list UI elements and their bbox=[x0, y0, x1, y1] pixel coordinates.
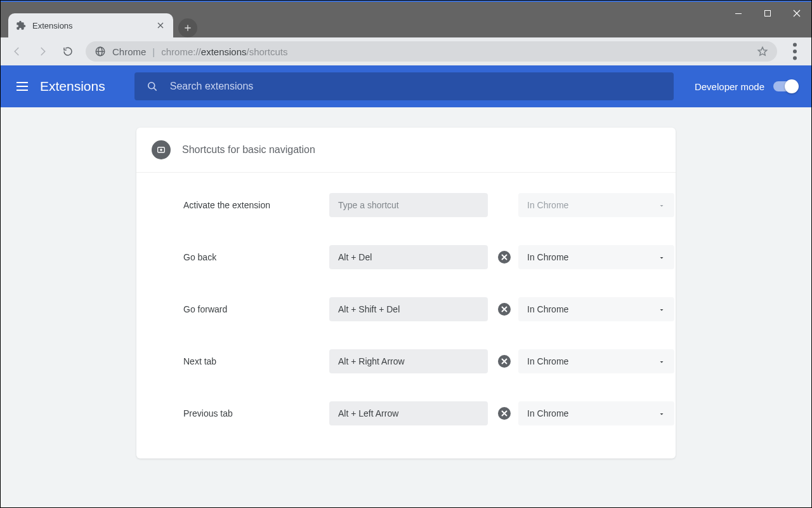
browser-toolbar: Chrome | chrome://extensions/shortcuts bbox=[1, 37, 811, 65]
back-button[interactable] bbox=[6, 40, 29, 63]
shortcut-input[interactable]: Alt + Del bbox=[329, 245, 488, 269]
svg-point-4 bbox=[793, 43, 797, 47]
svg-point-5 bbox=[793, 50, 797, 53]
shortcut-row: Next tabAlt + Right ArrowIn Chrome bbox=[136, 335, 676, 387]
tab-strip: Extensions bbox=[1, 2, 197, 37]
clear-shortcut-icon[interactable] bbox=[497, 406, 512, 421]
svg-point-6 bbox=[793, 57, 797, 60]
url-prefix: chrome:// bbox=[161, 46, 201, 57]
shortcut-row: Activate the extensionType a shortcutIn … bbox=[136, 179, 676, 231]
site-info-icon[interactable] bbox=[95, 46, 106, 57]
browser-tab[interactable]: Extensions bbox=[8, 13, 173, 37]
card-header: Shortcuts for basic navigation bbox=[136, 128, 676, 173]
shortcut-rows: Activate the extensionType a shortcutIn … bbox=[136, 173, 676, 458]
chevron-down-icon bbox=[658, 358, 665, 365]
scope-value: In Chrome bbox=[527, 200, 568, 210]
close-tab-icon[interactable] bbox=[155, 20, 166, 30]
forward-button[interactable] bbox=[31, 40, 54, 63]
puzzle-icon bbox=[16, 20, 26, 30]
clear-shortcut-icon[interactable] bbox=[497, 354, 512, 369]
page-title: Extensions bbox=[40, 79, 105, 94]
chevron-down-icon bbox=[658, 253, 665, 261]
shortcut-label: Go back bbox=[183, 252, 329, 262]
url-path: /shortcuts bbox=[247, 46, 288, 57]
new-tab-button[interactable] bbox=[178, 18, 197, 37]
search-box[interactable] bbox=[134, 72, 674, 100]
developer-mode-control: Developer mode bbox=[695, 81, 797, 92]
minimize-button[interactable] bbox=[724, 2, 753, 25]
url-scheme-label: Chrome bbox=[112, 46, 146, 57]
shortcut-input[interactable]: Type a shortcut bbox=[329, 193, 488, 217]
shortcut-label: Activate the extension bbox=[183, 200, 329, 210]
tab-title: Extensions bbox=[32, 21, 155, 30]
address-bar[interactable]: Chrome | chrome://extensions/shortcuts bbox=[86, 41, 777, 62]
scope-value: In Chrome bbox=[527, 408, 568, 418]
window-titlebar: Extensions bbox=[1, 1, 811, 37]
search-input[interactable] bbox=[170, 81, 662, 92]
shortcuts-card: Shortcuts for basic navigation Activate … bbox=[136, 128, 676, 458]
search-icon bbox=[146, 80, 159, 93]
svg-point-7 bbox=[148, 83, 154, 89]
scope-value: In Chrome bbox=[527, 252, 568, 262]
shortcut-row: Go backAlt + DelIn Chrome bbox=[136, 231, 676, 283]
scope-dropdown: In Chrome bbox=[518, 193, 674, 217]
clear-shortcut-icon[interactable] bbox=[497, 250, 512, 265]
svg-rect-1 bbox=[765, 11, 771, 17]
close-window-button[interactable] bbox=[782, 2, 811, 25]
scope-value: In Chrome bbox=[527, 304, 568, 314]
shortcut-label: Go forward bbox=[183, 304, 329, 314]
shortcut-input[interactable]: Alt + Right Arrow bbox=[329, 349, 488, 373]
shortcut-input[interactable]: Alt + Shift + Del bbox=[329, 297, 488, 321]
svg-rect-0 bbox=[735, 13, 742, 14]
maximize-button[interactable] bbox=[753, 2, 782, 25]
scope-value: In Chrome bbox=[527, 356, 568, 366]
shortcut-label: Previous tab bbox=[183, 408, 329, 418]
clear-shortcut-icon[interactable] bbox=[497, 302, 512, 317]
content-area: Shortcuts for basic navigation Activate … bbox=[1, 107, 811, 507]
shortcut-label: Next tab bbox=[183, 356, 329, 366]
url-host: extensions bbox=[201, 46, 247, 57]
chevron-down-icon bbox=[658, 410, 665, 417]
developer-mode-label: Developer mode bbox=[695, 81, 764, 92]
shortcut-row: Go forwardAlt + Shift + DelIn Chrome bbox=[136, 283, 676, 335]
developer-mode-toggle[interactable] bbox=[773, 81, 797, 91]
shortcut-row: Previous tabAlt + Left ArrowIn Chrome bbox=[136, 387, 676, 439]
scope-dropdown[interactable]: In Chrome bbox=[518, 245, 674, 269]
scope-dropdown[interactable]: In Chrome bbox=[518, 401, 674, 425]
page-header: Extensions Developer mode bbox=[1, 65, 811, 107]
extension-app-icon bbox=[152, 140, 171, 159]
shortcut-input[interactable]: Alt + Left Arrow bbox=[329, 401, 488, 425]
scope-dropdown[interactable]: In Chrome bbox=[518, 349, 674, 373]
browser-menu-button[interactable] bbox=[783, 40, 806, 63]
window-controls bbox=[724, 2, 811, 25]
chevron-down-icon bbox=[658, 305, 665, 313]
scope-dropdown[interactable]: In Chrome bbox=[518, 297, 674, 321]
card-title: Shortcuts for basic navigation bbox=[182, 144, 315, 156]
bookmark-icon[interactable] bbox=[757, 46, 768, 57]
reload-button[interactable] bbox=[56, 40, 79, 63]
menu-icon[interactable] bbox=[15, 79, 30, 94]
chevron-down-icon bbox=[658, 201, 665, 209]
